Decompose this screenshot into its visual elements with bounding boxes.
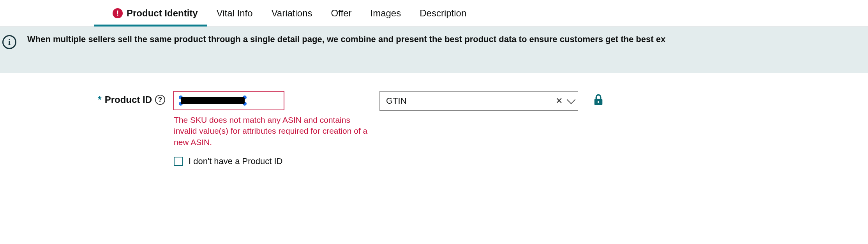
no-product-id-checkbox[interactable] — [174, 157, 183, 166]
product-id-row: * Product ID ? The SKU does not match an… — [0, 73, 868, 166]
no-product-id-label: I don't have a Product ID — [189, 156, 282, 166]
info-icon: i — [2, 35, 16, 49]
tab-offer[interactable]: Offer — [322, 0, 361, 27]
product-id-type-value: GTIN — [386, 96, 407, 106]
tab-label: Variations — [272, 8, 312, 19]
svg-point-6 — [598, 101, 600, 103]
product-id-label-group: * Product ID ? — [0, 91, 174, 105]
help-icon[interactable]: ? — [155, 95, 165, 105]
tab-label: Offer — [331, 8, 352, 19]
error-icon: ! — [113, 8, 123, 18]
tab-description[interactable]: Description — [410, 0, 476, 27]
lock-icon — [593, 94, 604, 106]
clear-icon[interactable]: ✕ — [556, 96, 563, 106]
product-id-input-wrapper — [174, 91, 372, 110]
tabs-bar: ! Product Identity Vital Info Variations… — [0, 0, 868, 27]
tab-label: Description — [420, 8, 466, 19]
product-id-fields: The SKU does not match any ASIN and cont… — [174, 91, 604, 166]
product-id-error: The SKU does not match any ASIN and cont… — [174, 115, 372, 148]
tab-label: Images — [370, 8, 401, 19]
info-banner: i When multiple sellers sell the same pr… — [0, 27, 868, 73]
chevron-down-icon[interactable] — [567, 95, 576, 104]
tab-images[interactable]: Images — [361, 0, 411, 27]
product-id-type-select[interactable]: GTIN ✕ — [379, 91, 578, 111]
tab-label: Product Identity — [127, 8, 198, 19]
no-product-id-row: I don't have a Product ID — [174, 156, 372, 166]
tab-product-identity[interactable]: ! Product Identity — [103, 0, 207, 27]
required-star: * — [98, 94, 101, 105]
info-banner-text: When multiple sellers sell the same prod… — [27, 34, 665, 44]
redaction-mark — [178, 95, 248, 106]
product-id-label: Product ID — [105, 94, 152, 105]
tab-vital-info[interactable]: Vital Info — [207, 0, 262, 27]
tab-label: Vital Info — [217, 8, 253, 19]
tab-variations[interactable]: Variations — [262, 0, 322, 27]
lock-column — [585, 91, 604, 108]
svg-rect-4 — [181, 97, 245, 104]
